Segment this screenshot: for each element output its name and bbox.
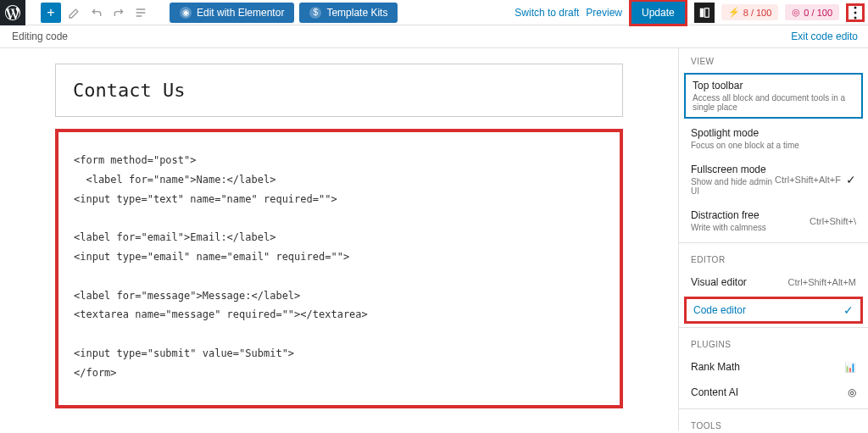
menu-content-ai[interactable]: Content AI ◎ — [679, 380, 868, 405]
preview-link[interactable]: Preview — [586, 7, 622, 19]
svg-rect-1 — [704, 8, 709, 17]
svg-point-4 — [854, 16, 857, 19]
target-icon: ◎ — [792, 7, 800, 18]
menu-distraction-free[interactable]: Distraction freeWrite with calmness Ctrl… — [679, 203, 868, 239]
menu-rank-math[interactable]: Rank Math 📊 — [679, 354, 868, 380]
svg-point-2 — [854, 6, 857, 8]
section-tools: TOOLS — [679, 413, 868, 430]
bolt-icon: ⚡ — [728, 7, 740, 18]
add-block-button[interactable]: + — [41, 3, 61, 23]
list-view-icon[interactable] — [132, 4, 149, 21]
section-plugins: PLUGINS — [679, 331, 868, 354]
settings-toggle[interactable] — [694, 3, 715, 23]
post-title-box[interactable]: Contact Us — [55, 64, 623, 117]
exit-code-editor-link[interactable]: Exit code edito — [791, 31, 858, 42]
options-menu-button[interactable] — [846, 3, 865, 22]
editing-code-label: Editing code — [12, 31, 68, 42]
menu-fullscreen[interactable]: Fullscreen modeShow and hide admin UI Ct… — [679, 157, 868, 203]
kebab-icon — [854, 6, 857, 19]
template-kits-button[interactable]: $Template Kits — [299, 3, 398, 23]
menu-top-toolbar[interactable]: Top toolbarAccess all block and document… — [684, 73, 863, 119]
top-toolbar: + ◉Edit with Elementor $Template Kits Sw… — [0, 0, 868, 25]
seo-score-1[interactable]: ⚡8 / 100 — [721, 4, 779, 20]
elementor-icon: ◉ — [180, 7, 192, 19]
check-icon: ✓ — [843, 303, 854, 317]
redo-icon[interactable] — [110, 4, 127, 21]
editor-pane: Contact Us <form method="post"> <label f… — [0, 48, 678, 430]
kits-icon: $ — [309, 7, 321, 19]
ai-icon: ◎ — [848, 386, 856, 398]
svg-rect-0 — [699, 8, 704, 17]
menu-visual-editor[interactable]: Visual editor Ctrl+Shift+Alt+M — [679, 269, 868, 295]
menu-code-editor[interactable]: Code editor ✓ — [684, 297, 863, 324]
wordpress-logo[interactable] — [0, 0, 25, 25]
section-editor: EDITOR — [679, 247, 868, 269]
menu-spotlight[interactable]: Spotlight modeFocus on one block at a ti… — [679, 120, 868, 157]
code-editor-area[interactable]: <form method="post"> <label for="name">N… — [55, 129, 623, 408]
sub-toolbar: Editing code Exit code edito — [0, 25, 868, 48]
section-view: VIEW — [679, 48, 868, 71]
switch-to-draft-link[interactable]: Switch to draft — [515, 7, 579, 19]
undo-icon[interactable] — [88, 4, 105, 21]
options-panel: VIEW Top toolbarAccess all block and doc… — [678, 48, 868, 430]
rankmath-icon: 📊 — [844, 362, 856, 373]
check-icon: ✓ — [846, 173, 856, 186]
svg-point-3 — [854, 11, 857, 14]
edit-icon[interactable] — [66, 4, 83, 21]
seo-score-2[interactable]: ◎0 / 100 — [785, 4, 839, 20]
edit-elementor-button[interactable]: ◉Edit with Elementor — [170, 3, 294, 23]
update-button[interactable]: Update — [629, 0, 687, 26]
